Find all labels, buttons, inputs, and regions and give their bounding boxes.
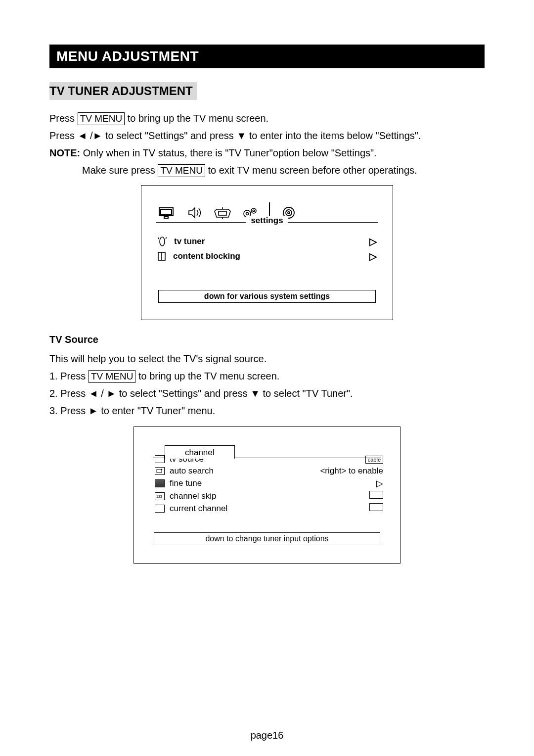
note-text: Only when in TV status, there is "TV Tun… xyxy=(83,147,377,158)
monitor-icon xyxy=(158,205,176,220)
row-value: <right> to enable xyxy=(320,466,383,476)
tab-label-channel: channel xyxy=(165,445,235,459)
empty-box-icon xyxy=(369,491,383,499)
page-footer: page16 xyxy=(0,730,534,741)
chevron-right-icon: ▷ xyxy=(376,478,383,489)
settings-menu-screenshot: settings tv tuner ▷ content blocking ▷ d… xyxy=(141,185,393,320)
section-heading: TV TUNER ADJUSTMENT xyxy=(49,82,197,100)
svg-rect-18 xyxy=(157,470,162,472)
tv-source-body: This will help you to select the TV's si… xyxy=(49,351,485,419)
row-label: channel skip xyxy=(170,491,244,501)
row-value: cable xyxy=(365,454,383,464)
svg-point-10 xyxy=(251,208,256,213)
skip-icon: 123 xyxy=(155,492,165,500)
tv-menu-key: TV MENU xyxy=(158,164,205,177)
chevron-right-icon: ▷ xyxy=(369,250,377,262)
settings-menu-list: tv tuner ▷ content blocking ▷ xyxy=(157,236,377,262)
svg-marker-3 xyxy=(189,208,195,218)
intro-line-3: Make sure press TV MENU to exit TV menu … xyxy=(49,163,485,178)
tab-underline: settings xyxy=(155,222,379,223)
row-auto-search[interactable]: auto search <right> to enable xyxy=(155,466,383,476)
block-icon xyxy=(157,251,166,261)
row-channel-skip[interactable]: 123 channel skip xyxy=(155,491,383,501)
step-text: to bring up the TV menu screen. xyxy=(138,371,279,381)
tv-source-step-1: 1. Press TV MENU to bring up the TV menu… xyxy=(49,369,485,384)
intro-text: Press xyxy=(49,113,78,124)
search-icon xyxy=(155,467,165,475)
menu-item-tv-tuner[interactable]: tv tuner ▷ xyxy=(157,236,377,247)
svg-point-19 xyxy=(161,469,163,471)
value-badge: cable xyxy=(365,456,383,464)
svg-rect-5 xyxy=(219,211,226,215)
row-value xyxy=(369,491,383,501)
tv-source-step-3: 3. Press ► to enter "TV Tuner" menu. xyxy=(49,403,485,419)
step-text: 1. Press xyxy=(49,371,89,381)
svg-point-11 xyxy=(253,210,255,212)
empty-box-icon xyxy=(369,503,383,511)
intro-line-1: Press TV MENU to bring up the TV menu sc… xyxy=(49,111,485,126)
channel-hint: down to change tuner input options xyxy=(154,532,380,545)
menu-item-label: content blocking xyxy=(173,251,240,261)
svg-point-14 xyxy=(288,212,290,214)
intro-line-2: Press ◄ /► to select "Settings" and pres… xyxy=(49,128,485,143)
channel-menu-list: tv source cable auto search <right> to e… xyxy=(155,454,383,514)
page-title-bar: MENU ADJUSTMENT xyxy=(49,45,485,68)
section-heading-wrap: TV TUNER ADJUSTMENT xyxy=(49,82,485,100)
tab-label-settings: settings xyxy=(246,216,288,226)
speaker-icon xyxy=(186,205,204,220)
tv-menu-key: TV MENU xyxy=(78,112,125,125)
channel-menu-screenshot: channel tv source cable auto search <rig… xyxy=(134,426,400,564)
source-icon xyxy=(155,455,165,463)
tuner-icon xyxy=(157,236,167,247)
tv-source-step-2: 2. Press ◄ / ► to select "Settings" and … xyxy=(49,386,485,401)
svg-rect-2 xyxy=(164,217,168,218)
intro-text: to exit TV menu screen before other oper… xyxy=(208,165,417,176)
svg-point-13 xyxy=(286,210,292,216)
chevron-right-icon: ▷ xyxy=(369,236,377,247)
page-title: MENU ADJUSTMENT xyxy=(56,48,199,64)
row-label: fine tune xyxy=(170,478,244,488)
svg-point-9 xyxy=(246,213,249,215)
row-value xyxy=(369,503,383,514)
svg-rect-1 xyxy=(161,209,172,214)
intro-block: Press TV MENU to bring up the TV menu sc… xyxy=(49,111,485,178)
display-icon xyxy=(214,205,231,220)
tv-source-heading: TV Source xyxy=(49,334,485,345)
settings-hint: down for various system settings xyxy=(158,290,376,303)
svg-marker-4 xyxy=(215,209,230,217)
intro-text: Make sure press xyxy=(82,165,158,176)
tv-source-lead: This will help you to select the TV's si… xyxy=(49,351,485,367)
note-label: NOTE: xyxy=(49,147,80,158)
svg-text:123: 123 xyxy=(156,495,162,498)
menu-item-content-blocking[interactable]: content blocking ▷ xyxy=(157,250,377,262)
intro-note-line: NOTE: Only when in TV status, there is "… xyxy=(49,145,485,161)
row-label: auto search xyxy=(170,466,244,476)
row-fine-tune[interactable]: fine tune ▷ xyxy=(155,478,383,489)
channel-icon xyxy=(155,505,165,513)
tune-icon xyxy=(155,479,165,487)
svg-point-15 xyxy=(160,237,165,246)
intro-text: to bring up the TV menu screen. xyxy=(128,113,268,124)
menu-item-label: tv tuner xyxy=(174,236,205,246)
tv-menu-key: TV MENU xyxy=(89,370,136,383)
row-current-channel[interactable]: current channel xyxy=(155,503,383,514)
row-label: current channel xyxy=(170,504,244,514)
